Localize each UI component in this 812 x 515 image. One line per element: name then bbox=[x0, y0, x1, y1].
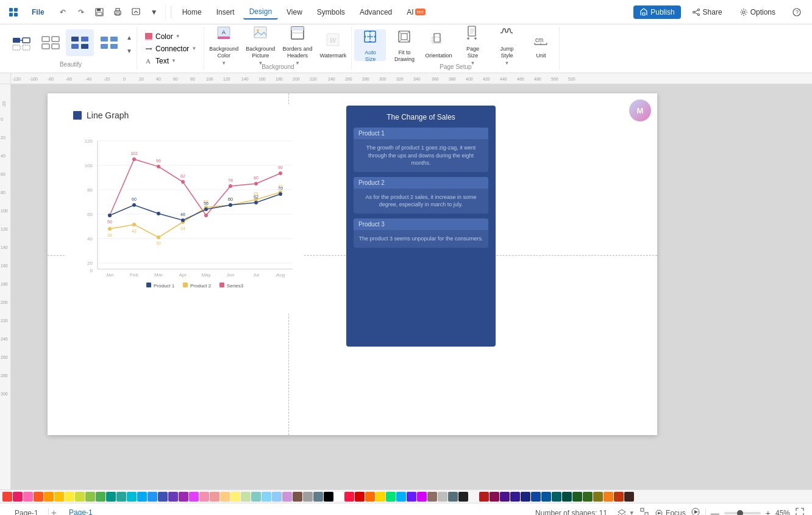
shape-tool-4[interactable] bbox=[95, 29, 123, 56]
color-swatch[interactable] bbox=[490, 492, 499, 502]
color-swatch[interactable] bbox=[293, 492, 302, 502]
menu-home[interactable]: Home bbox=[176, 5, 208, 19]
color-swatch[interactable] bbox=[458, 492, 468, 502]
menu-insert[interactable]: Insert bbox=[210, 5, 241, 19]
menu-symbols[interactable]: Symbols bbox=[311, 5, 351, 19]
fullscreen-button[interactable] bbox=[795, 507, 805, 515]
color-swatch[interactable] bbox=[614, 492, 624, 502]
shape-tool-3[interactable] bbox=[66, 29, 94, 56]
shape-tool-1[interactable] bbox=[7, 29, 35, 56]
jump-style-button[interactable]: Jump Style ▼ bbox=[491, 29, 522, 61]
export-button[interactable] bbox=[127, 4, 144, 21]
color-swatch[interactable] bbox=[303, 492, 313, 502]
bg-color-button[interactable]: A Background Color ▼ bbox=[207, 29, 241, 61]
color-swatch[interactable] bbox=[469, 492, 479, 502]
save-button[interactable] bbox=[91, 4, 108, 21]
color-swatch[interactable] bbox=[479, 492, 489, 502]
publish-button[interactable]: Publish bbox=[633, 5, 680, 19]
color-swatch[interactable] bbox=[262, 492, 271, 502]
color-swatch[interactable] bbox=[365, 492, 375, 502]
layers-button[interactable]: ▼ bbox=[617, 508, 635, 516]
menu-view[interactable]: View bbox=[280, 5, 308, 19]
color-swatch[interactable] bbox=[355, 492, 365, 502]
color-swatch[interactable] bbox=[572, 492, 582, 502]
color-swatch[interactable] bbox=[583, 492, 593, 502]
redo-button[interactable]: ↷ bbox=[73, 4, 90, 21]
color-swatch[interactable] bbox=[137, 492, 147, 502]
color-swatch[interactable] bbox=[168, 492, 178, 502]
color-swatch[interactable] bbox=[624, 492, 634, 502]
color-swatch[interactable] bbox=[562, 492, 572, 502]
color-swatch[interactable] bbox=[210, 492, 219, 502]
color-swatch[interactable] bbox=[510, 492, 520, 502]
bg-picture-button[interactable]: Background Picture ▼ bbox=[243, 29, 277, 61]
color-swatch[interactable] bbox=[438, 492, 447, 502]
color-swatch[interactable] bbox=[386, 492, 396, 502]
color-swatch[interactable] bbox=[448, 492, 458, 502]
color-swatch[interactable] bbox=[376, 492, 385, 502]
color-swatch[interactable] bbox=[220, 492, 230, 502]
add-page-button[interactable]: + bbox=[51, 508, 57, 516]
color-swatch[interactable] bbox=[521, 492, 530, 502]
color-swatch[interactable] bbox=[541, 492, 551, 502]
auto-size-button[interactable]: Auto Size bbox=[354, 29, 386, 61]
zoom-out-button[interactable]: — bbox=[711, 508, 719, 516]
fit-icon-button[interactable] bbox=[639, 507, 649, 515]
beautify-down[interactable]: ▼ bbox=[124, 44, 134, 57]
zoom-in-button[interactable]: + bbox=[766, 508, 771, 516]
color-swatch[interactable] bbox=[85, 492, 95, 502]
color-swatch[interactable] bbox=[604, 492, 613, 502]
color-swatch[interactable] bbox=[116, 492, 126, 502]
fit-to-drawing-button[interactable]: Fit to Drawing bbox=[388, 29, 420, 61]
color-swatch[interactable] bbox=[396, 492, 406, 502]
watermark-button[interactable]: W Watermark bbox=[317, 29, 349, 61]
shape-tool-2[interactable] bbox=[37, 29, 65, 56]
beautify-up[interactable]: ▲ bbox=[124, 31, 134, 44]
color-swatch[interactable] bbox=[34, 492, 43, 502]
color-swatch[interactable] bbox=[272, 492, 282, 502]
print-button[interactable] bbox=[109, 4, 126, 21]
share-button[interactable]: Share bbox=[686, 5, 728, 19]
color-swatch[interactable] bbox=[96, 492, 105, 502]
color-item[interactable]: Color ▼ bbox=[142, 31, 199, 42]
color-swatch[interactable] bbox=[427, 492, 437, 502]
canvas-area[interactable]: Line Graph 120 100 80 bbox=[11, 84, 812, 489]
line-graph[interactable]: Line Graph 120 100 80 bbox=[66, 106, 304, 313]
unit-button[interactable]: cm Unit bbox=[525, 29, 557, 61]
color-swatch[interactable] bbox=[158, 492, 168, 502]
color-swatch[interactable] bbox=[552, 492, 561, 502]
page-size-button[interactable]: Page Size ▼ bbox=[457, 29, 488, 61]
color-swatch[interactable] bbox=[23, 492, 33, 502]
color-swatch[interactable] bbox=[500, 492, 510, 502]
color-swatch[interactable] bbox=[54, 492, 64, 502]
color-swatch[interactable] bbox=[241, 492, 251, 502]
help-button[interactable]: ? bbox=[786, 5, 807, 19]
focus-button[interactable]: Focus bbox=[654, 508, 686, 516]
color-swatch[interactable] bbox=[417, 492, 427, 502]
color-swatch[interactable] bbox=[75, 492, 85, 502]
color-swatch[interactable] bbox=[127, 492, 137, 502]
connector-item[interactable]: Connector ▼ bbox=[142, 43, 199, 54]
color-swatch[interactable] bbox=[334, 492, 344, 502]
zoom-level[interactable]: 45% bbox=[775, 509, 790, 516]
color-swatch[interactable] bbox=[251, 492, 261, 502]
color-swatch[interactable] bbox=[407, 492, 416, 502]
color-swatch[interactable] bbox=[531, 492, 541, 502]
page-tab-1[interactable]: Page-1 bbox=[7, 506, 46, 516]
text-item[interactable]: A Text ▼ bbox=[142, 56, 199, 67]
more-button[interactable]: ▼ bbox=[146, 4, 163, 21]
color-swatch[interactable] bbox=[179, 492, 188, 502]
color-swatch[interactable] bbox=[282, 492, 292, 502]
color-swatch[interactable] bbox=[313, 492, 323, 502]
color-swatch[interactable] bbox=[44, 492, 54, 502]
color-swatch[interactable] bbox=[344, 492, 354, 502]
zoom-slider[interactable] bbox=[724, 512, 761, 514]
color-swatch[interactable] bbox=[148, 492, 157, 502]
borders-headers-button[interactable]: Borders and Headers ▼ bbox=[280, 29, 315, 61]
color-swatch[interactable] bbox=[189, 492, 199, 502]
color-swatch[interactable] bbox=[199, 492, 209, 502]
undo-button[interactable]: ↶ bbox=[54, 4, 71, 21]
orientation-button[interactable]: Orientation bbox=[422, 29, 454, 61]
menu-advanced[interactable]: Advanced bbox=[354, 5, 398, 19]
file-menu[interactable]: File bbox=[27, 5, 49, 19]
